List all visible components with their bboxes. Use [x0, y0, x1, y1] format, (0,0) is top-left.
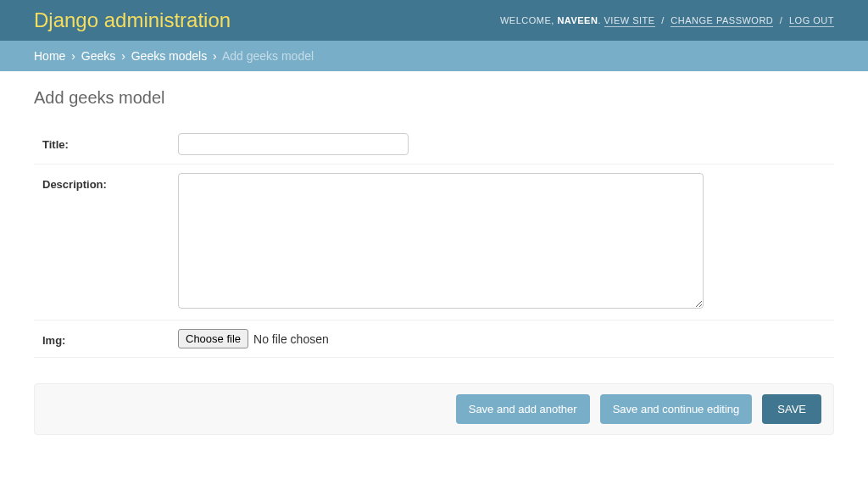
user-tools: WELCOME, NAVEEN. VIEW SITE / CHANGE PASS… — [500, 15, 834, 25]
breadcrumb-home[interactable]: Home — [34, 49, 65, 63]
view-site-link[interactable]: VIEW SITE — [604, 15, 655, 27]
breadcrumb-sep: › — [210, 49, 220, 63]
change-password-link[interactable]: CHANGE PASSWORD — [670, 15, 773, 27]
breadcrumb-current: Add geeks model — [222, 49, 314, 63]
breadcrumb-app[interactable]: Geeks — [81, 49, 115, 63]
page-title: Add geeks model — [34, 88, 834, 108]
breadcrumb: Home › Geeks › Geeks models › Add geeks … — [0, 41, 868, 71]
sep-slash-2: / — [773, 15, 789, 25]
field-row-img: Img: Choose file No file chosen — [34, 320, 834, 358]
save-button[interactable]: SAVE — [762, 394, 821, 424]
img-label: Img: — [34, 329, 178, 347]
field-row-description: Description: — [34, 164, 834, 320]
branding-title: Django administration — [34, 8, 231, 32]
breadcrumb-sep: › — [69, 49, 78, 63]
welcome-text: WELCOME, — [500, 15, 557, 25]
description-textarea[interactable] — [178, 173, 704, 309]
file-status-text: No file chosen — [253, 332, 329, 346]
username: NAVEEN — [557, 15, 598, 25]
log-out-link[interactable]: LOG OUT — [789, 15, 834, 27]
save-add-another-button[interactable]: Save and add another — [456, 394, 590, 424]
sep-slash-1: / — [655, 15, 671, 25]
content: Add geeks model Title: Description: Img:… — [0, 71, 868, 460]
submit-row: Save and add another Save and continue e… — [34, 383, 834, 435]
breadcrumb-sep: › — [119, 49, 128, 63]
admin-header: Django administration WELCOME, NAVEEN. V… — [0, 0, 868, 41]
field-row-title: Title: — [34, 125, 834, 164]
save-continue-button[interactable]: Save and continue editing — [600, 394, 753, 424]
choose-file-button[interactable]: Choose file — [178, 329, 248, 348]
sep-dot: . — [598, 15, 604, 25]
description-label: Description: — [34, 173, 178, 191]
title-input[interactable] — [178, 133, 409, 155]
breadcrumb-model[interactable]: Geeks models — [131, 49, 207, 63]
title-label: Title: — [34, 133, 178, 151]
